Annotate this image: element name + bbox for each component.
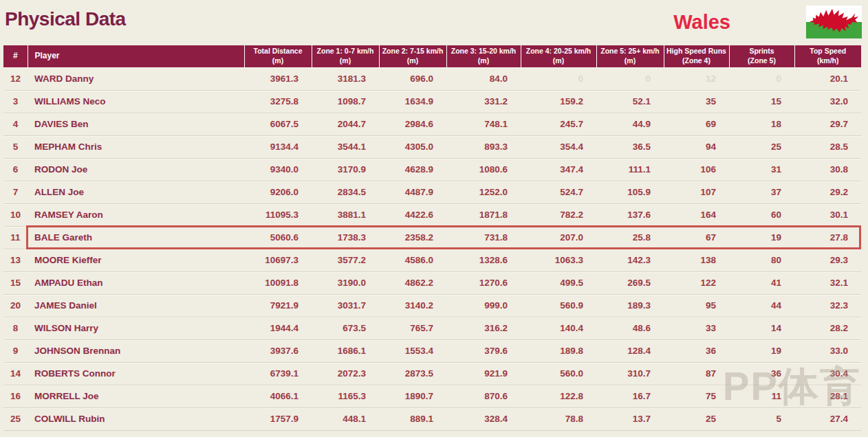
value-cell-z3: 870.6 — [446, 385, 521, 407]
table-row[interactable]: 6RODON Joe9340.03170.94628.91080.6347.41… — [3, 158, 861, 181]
value-cell-total: 10091.8 — [244, 271, 312, 294]
wales-flag-icon — [806, 5, 862, 38]
value-cell-z3: 1080.6 — [446, 158, 521, 181]
player-name-cell: DAVIES Ben — [28, 113, 244, 135]
column-header-player[interactable]: Player — [28, 45, 244, 67]
table-row[interactable]: 4DAVIES Ben6067.52044.72984.6748.1245.74… — [3, 113, 861, 135]
value-cell-z1: 2834.5 — [312, 181, 379, 203]
value-cell-z5: 310.7 — [596, 362, 664, 385]
value-cell-z2: 765.7 — [379, 317, 446, 339]
table-row[interactable]: 14ROBERTS Connor6739.12072.32873.5921.95… — [3, 362, 861, 385]
shirt-number-cell: 16 — [3, 385, 28, 407]
shirt-number-cell: 12 — [3, 67, 28, 90]
value-cell-z5: 48.6 — [596, 317, 664, 339]
value-cell-z5: 137.6 — [596, 203, 664, 226]
column-header-z5[interactable]: Zone 5: 25+ km/h(m) — [596, 45, 664, 67]
table-row[interactable]: 11BALE Gareth5060.61738.32358.2731.8207.… — [3, 226, 861, 249]
player-name-cell: RAMSEY Aaron — [28, 203, 244, 226]
value-cell-top: 27.4 — [794, 407, 861, 430]
value-cell-hsr: 138 — [664, 249, 729, 271]
value-cell-total: 3937.6 — [244, 339, 312, 362]
value-cell-z2: 889.1 — [379, 407, 446, 430]
value-cell-total: 1944.4 — [244, 317, 312, 339]
value-cell-sprints: 11 — [729, 385, 794, 407]
value-cell-hsr: 164 — [664, 203, 729, 226]
table-row[interactable]: 7ALLEN Joe9206.02834.54487.91252.0524.71… — [3, 181, 861, 203]
shirt-number-cell: 7 — [3, 181, 28, 203]
top-bar: Physical Data Wales — [0, 0, 868, 45]
column-header-sprints[interactable]: Sprints(Zone 5) — [729, 45, 794, 67]
value-cell-total: 11095.3 — [244, 203, 312, 226]
column-header-num[interactable]: # — [3, 45, 28, 67]
shirt-number-cell: 14 — [3, 362, 28, 385]
table-row[interactable]: 10RAMSEY Aaron11095.33881.14422.61871.87… — [3, 203, 861, 226]
player-name-cell: WILLIAMS Neco — [28, 90, 244, 113]
value-cell-z4: 782.2 — [521, 203, 596, 226]
value-cell-z1: 3577.2 — [312, 249, 379, 271]
player-name-cell: JOHNSON Brennan — [28, 339, 244, 362]
value-cell-z2: 4305.0 — [379, 135, 446, 158]
player-name-cell: MORRELL Joe — [28, 385, 244, 407]
table-row[interactable]: 12WARD Danny3961.33181.3696.084.00012020… — [3, 67, 861, 90]
column-header-z3[interactable]: Zone 3: 15-20 km/h(m) — [446, 45, 521, 67]
value-cell-hsr: 75 — [664, 385, 729, 407]
value-cell-hsr: 35 — [664, 90, 729, 113]
table-row[interactable]: 3WILLIAMS Neco3275.81098.71634.9331.2159… — [3, 90, 861, 113]
value-cell-z5: 13.7 — [596, 407, 664, 430]
value-cell-z1: 3544.1 — [312, 135, 379, 158]
table-row[interactable]: 8WILSON Harry1944.4673.5765.7316.2140.44… — [3, 317, 861, 339]
column-header-z2[interactable]: Zone 2: 7-15 km/h(m) — [379, 45, 446, 67]
value-cell-hsr: 12 — [664, 67, 729, 90]
table-row[interactable]: 5MEPHAM Chris9134.43544.14305.0893.3354.… — [3, 135, 861, 158]
value-cell-z1: 3190.0 — [312, 271, 379, 294]
value-cell-total: 3961.3 — [244, 67, 312, 90]
value-cell-top: 28.1 — [794, 385, 861, 407]
column-header-hsr[interactable]: High Speed Runs(Zone 4) — [664, 45, 729, 67]
table-row[interactable]: 16MORRELL Joe4066.11165.31890.7870.6122.… — [3, 385, 861, 407]
value-cell-sprints: 80 — [729, 249, 794, 271]
shirt-number-cell: 10 — [3, 203, 28, 226]
table-row[interactable]: 20JAMES Daniel7921.93031.73140.2999.0560… — [3, 294, 861, 317]
shirt-number-cell: 25 — [3, 407, 28, 430]
table-row[interactable]: 25COLWILL Rubin1757.9448.1889.1328.478.8… — [3, 407, 861, 430]
player-name-cell: RODON Joe — [28, 158, 244, 181]
value-cell-top: 27.8 — [794, 226, 861, 249]
value-cell-z5: 128.4 — [596, 339, 664, 362]
column-header-z4[interactable]: Zone 4: 20-25 km/h(m) — [521, 45, 596, 67]
value-cell-z3: 999.0 — [446, 294, 521, 317]
value-cell-z4: 1063.3 — [521, 249, 596, 271]
value-cell-z1: 673.5 — [312, 317, 379, 339]
value-cell-z3: 893.3 — [446, 135, 521, 158]
column-header-top[interactable]: Top Speed(km/h) — [794, 45, 861, 67]
value-cell-top: 32.0 — [794, 90, 861, 113]
value-cell-hsr: 25 — [664, 407, 729, 430]
value-cell-z3: 921.9 — [446, 362, 521, 385]
player-name-cell: AMPADU Ethan — [28, 271, 244, 294]
value-cell-total: 4066.1 — [244, 385, 312, 407]
shirt-number-cell: 6 — [3, 158, 28, 181]
value-cell-z4: 159.2 — [521, 90, 596, 113]
value-cell-z4: 189.8 — [521, 339, 596, 362]
value-cell-top: 30.4 — [794, 362, 861, 385]
value-cell-total: 9134.4 — [244, 135, 312, 158]
value-cell-z4: 499.5 — [521, 271, 596, 294]
table-row[interactable]: 13MOORE Kieffer10697.33577.24586.01328.6… — [3, 249, 861, 271]
shirt-number-cell: 9 — [3, 339, 28, 362]
physical-data-table: #PlayerTotal Distance(m)Zone 1: 0-7 km/h… — [3, 45, 861, 431]
shirt-number-cell: 15 — [3, 271, 28, 294]
column-header-z1[interactable]: Zone 1: 0-7 km/h(m) — [312, 45, 379, 67]
value-cell-z3: 316.2 — [446, 317, 521, 339]
table-row[interactable]: 9JOHNSON Brennan3937.61686.11553.4379.61… — [3, 339, 861, 362]
column-header-total[interactable]: Total Distance(m) — [244, 45, 312, 67]
value-cell-z5: 189.3 — [596, 294, 664, 317]
value-cell-total: 9206.0 — [244, 181, 312, 203]
player-name-cell: ALLEN Joe — [28, 181, 244, 203]
value-cell-z3: 84.0 — [446, 67, 521, 90]
value-cell-sprints: 25 — [729, 135, 794, 158]
value-cell-hsr: 33 — [664, 317, 729, 339]
value-cell-z1: 2044.7 — [312, 113, 379, 135]
table-row[interactable]: 15AMPADU Ethan10091.83190.04862.21270.64… — [3, 271, 861, 294]
shirt-number-cell: 13 — [3, 249, 28, 271]
value-cell-z4: 560.9 — [521, 294, 596, 317]
value-cell-hsr: 95 — [664, 294, 729, 317]
